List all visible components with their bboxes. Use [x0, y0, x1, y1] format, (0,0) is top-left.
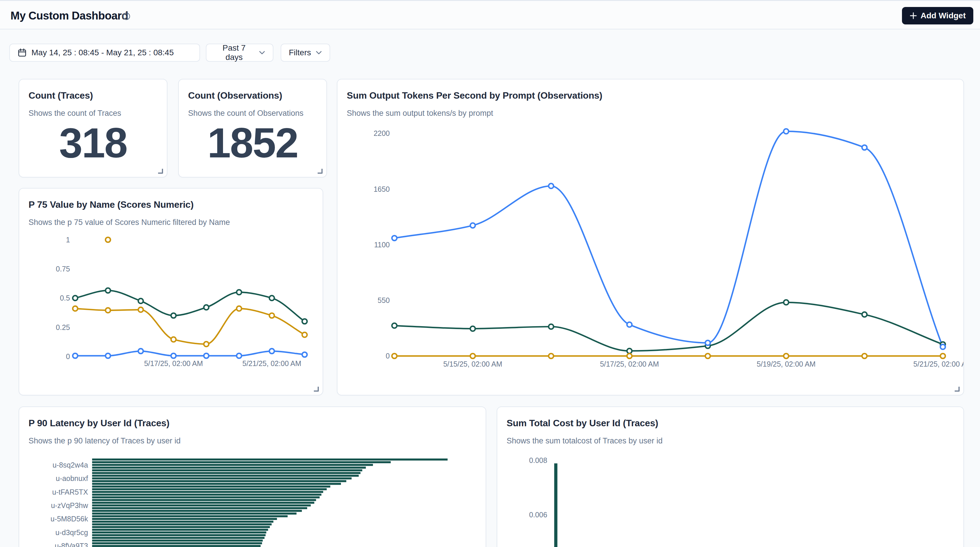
- chevron-down-icon: [316, 51, 322, 55]
- card-subtitle: Shows the p 90 latency of Traces by user…: [29, 436, 476, 446]
- add-widget-label: Add Widget: [921, 11, 966, 21]
- svg-text:2200: 2200: [374, 129, 390, 137]
- line-chart-tokens-per-second[interactable]: 05501100165022005/15/25, 02:00 AM5/17/25…: [337, 79, 963, 395]
- card-title: P 75 Value by Name (Scores Numeric): [29, 199, 313, 210]
- svg-text:u-aobnuxf: u-aobnuxf: [56, 474, 88, 482]
- card-subtitle: Shows the p 75 value of Scores Numeric f…: [29, 218, 313, 227]
- svg-text:u-zVqP3hw: u-zVqP3hw: [51, 501, 88, 509]
- date-range-label: May 14, 25 : 08:45 - May 21, 25 : 08:45: [32, 48, 174, 57]
- add-widget-button[interactable]: Add Widget: [902, 7, 973, 24]
- svg-text:5/21/25, 02:00 AM: 5/21/25, 02:00 AM: [242, 359, 301, 368]
- svg-text:0.25: 0.25: [56, 323, 70, 331]
- card-title: Sum Total Cost by User Id (Traces): [507, 418, 954, 428]
- card-subtitle: Shows the sum totalcost of Traces by use…: [507, 436, 954, 446]
- widget-tokens-per-second-chart: 05501100165022005/15/25, 02:00 AM5/17/25…: [337, 79, 964, 395]
- widget-p75-scores-chart: 00.250.50.7515/17/25, 02:00 AM5/21/25, 0…: [19, 188, 323, 395]
- svg-text:0.008: 0.008: [529, 456, 547, 465]
- info-icon[interactable]: [122, 12, 130, 21]
- page-header: My Custom Dashboard Add Widget: [0, 1, 980, 29]
- resize-handle[interactable]: [955, 387, 959, 392]
- timeframe-label: Past 7 days: [214, 43, 254, 62]
- card-title: P 90 Latency by User Id (Traces): [29, 418, 476, 428]
- svg-text:5/17/25, 02:00 AM: 5/17/25, 02:00 AM: [600, 360, 659, 368]
- svg-text:u-8sq2w4a: u-8sq2w4a: [52, 461, 88, 469]
- svg-text:1: 1: [66, 236, 70, 244]
- svg-text:5/19/25, 02:00 AM: 5/19/25, 02:00 AM: [757, 360, 816, 368]
- svg-text:550: 550: [378, 296, 390, 304]
- calendar-icon: [18, 48, 27, 57]
- card-subtitle: Shows the count of Traces: [29, 109, 158, 118]
- svg-text:5/21/25, 02:00 AM: 5/21/25, 02:00 AM: [913, 360, 963, 368]
- resize-handle[interactable]: [318, 169, 323, 174]
- widget-count-traces: Count (Traces) Shows the count of Traces…: [19, 79, 167, 178]
- svg-text:u-d3qr5cg: u-d3qr5cg: [55, 528, 88, 536]
- chevron-down-icon: [259, 51, 265, 55]
- card-title: Count (Observations): [188, 90, 317, 101]
- resize-handle[interactable]: [158, 169, 163, 174]
- date-range-button[interactable]: May 14, 25 : 08:45 - May 21, 25 : 08:45: [9, 44, 200, 62]
- widget-total-cost-chart: 0.0080.006 Sum Total Cost by User Id (Tr…: [497, 406, 964, 547]
- svg-text:u-8fVa9T3: u-8fVa9T3: [55, 542, 88, 547]
- filters-label: Filters: [289, 48, 311, 57]
- svg-text:5/17/25, 02:00 AM: 5/17/25, 02:00 AM: [144, 359, 203, 368]
- card-title: Count (Traces): [29, 90, 158, 101]
- svg-text:u-tFAR5TX: u-tFAR5TX: [52, 488, 88, 496]
- svg-text:0: 0: [386, 352, 390, 360]
- svg-text:0.5: 0.5: [60, 294, 70, 302]
- card-subtitle: Shows the sum output tokens/s by prompt: [347, 109, 954, 118]
- resize-handle[interactable]: [314, 387, 319, 392]
- svg-text:1650: 1650: [374, 185, 390, 193]
- widget-p90-latency-chart: u-8sq2w4au-aobnuxfu-tFAR5TXu-zVqP3hwu-5M…: [19, 406, 486, 547]
- metric-value: 1852: [179, 122, 326, 164]
- timeframe-select[interactable]: Past 7 days: [206, 44, 274, 62]
- filters-button[interactable]: Filters: [281, 44, 330, 62]
- svg-text:u-5M8D56k: u-5M8D56k: [51, 515, 88, 523]
- svg-text:5/15/25, 02:00 AM: 5/15/25, 02:00 AM: [443, 360, 502, 368]
- svg-text:0.006: 0.006: [529, 511, 547, 519]
- card-title: Sum Output Tokens Per Second by Prompt (…: [347, 90, 954, 101]
- card-subtitle: Shows the count of Observations: [188, 109, 317, 118]
- svg-text:0.75: 0.75: [56, 265, 70, 273]
- plus-icon: [910, 12, 917, 19]
- metric-value: 318: [19, 122, 167, 164]
- page-title: My Custom Dashboard: [11, 10, 128, 22]
- svg-text:1100: 1100: [374, 241, 390, 249]
- widget-count-observations: Count (Observations) Shows the count of …: [178, 79, 327, 178]
- svg-text:0: 0: [66, 352, 70, 360]
